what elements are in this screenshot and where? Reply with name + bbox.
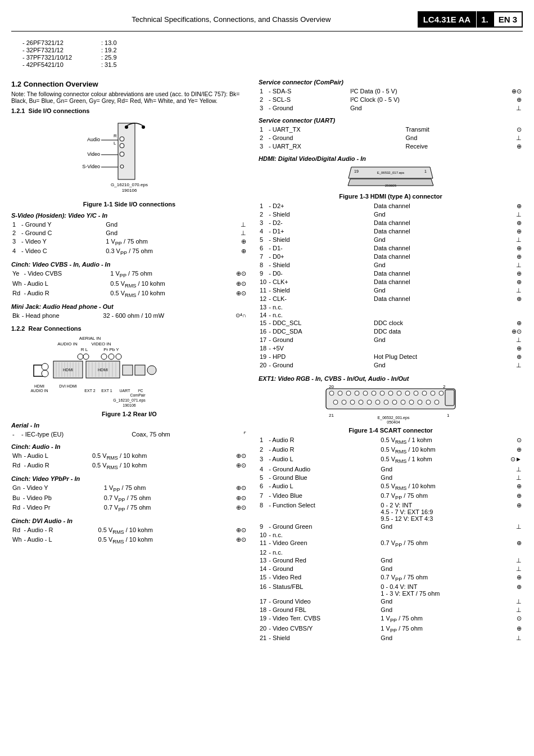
spec-val-2: : 25.9	[101, 54, 117, 61]
spec-label-2: - 37PF7321/10/12	[22, 54, 90, 61]
svg-point-88	[439, 391, 444, 395]
service-uart-title: Service connector (UART)	[259, 117, 523, 124]
spec-val-0: : 13.0	[101, 39, 117, 46]
table-row: 2 - SCL-S I²C Clock (0 - 5 V) ⊕	[259, 96, 523, 104]
rear-io-diagram: AERIAL IN AUDIO IN VIDEO IN R L Pr Pb Y	[11, 334, 247, 408]
svg-point-80	[372, 391, 376, 395]
svg-text:E_06532_017.eps: E_06532_017.eps	[377, 171, 405, 174]
table-row: 16 - Status/FBL 0 - 0.4 V: INT1 - 3 V: E…	[259, 583, 523, 597]
table-row: 17- Ground VideoGnd⊥	[259, 597, 523, 606]
table-row: 18- +5V⊕	[259, 344, 523, 353]
table-row: Rd - Audio R 0.5 VRMS / 10 kohm ⊕⊙	[11, 289, 247, 299]
hdmi-pins-table: 1- D2+Data channel⊕ 2- ShieldGnd⊥ 3- D2-…	[259, 202, 523, 370]
spec-val-3: : 31.5	[101, 61, 117, 68]
table-row: 11- Video Green0.7 VPP / 75 ohm⊕	[259, 539, 523, 548]
table-row: 12- CLK-Data channel⊕	[259, 295, 523, 303]
svg-rect-52	[135, 365, 145, 375]
note-text: Note: The following connector colour abb…	[11, 91, 247, 104]
table-row: 21- ShieldGnd⊥	[259, 634, 523, 642]
svg-text:R  L: R L	[81, 347, 88, 352]
table-row: Rd - Audio - R 0.5 VRMS / 10 kohm ⊕⊙	[11, 526, 247, 536]
svg-text:EXT 1: EXT 1	[101, 389, 112, 393]
table-row: - - IEC-type (EU) Coax, 75 ohm ⌜	[11, 430, 247, 439]
svideo-table: 1 - Ground Y Gnd ⊥ 2 - Ground C Gnd ⊥ 3 …	[11, 220, 247, 256]
svg-point-78	[355, 391, 359, 395]
svg-text:250605: 250605	[385, 184, 397, 187]
svg-point-96	[392, 400, 397, 404]
table-row: 1- D2+Data channel⊕	[259, 202, 523, 210]
svg-text:20: 20	[329, 384, 334, 389]
table-row: 19- HPDHot Plug Detect⊕	[259, 353, 523, 361]
side-io-diagram: Audio R L Video S-Video	[11, 118, 247, 197]
svg-point-82	[388, 391, 393, 395]
table-row: 4- Ground AudioGnd⊥	[259, 465, 523, 474]
spec-label-3: - 42PF5421/10	[22, 61, 90, 68]
hdmi-section-title: HDMI: Digital Video/Digital Audio - In	[259, 155, 523, 162]
table-row: 20- Video CVBS/Y1 VPP / 75 ohm⊕	[259, 624, 523, 634]
ext1-pins-table: 1- Audio R0.5 VRMS / 1 kohm⊙ 2- Audio R0…	[259, 436, 523, 642]
svg-rect-51	[123, 365, 133, 375]
svg-text:190106: 190106	[123, 403, 135, 407]
table-row: 7- Video Blue0.7 VPP / 75 ohm⊕	[259, 492, 523, 501]
svg-point-53	[147, 366, 156, 375]
table-row: 1- Audio R0.5 VRMS / 1 kohm⊙	[259, 436, 523, 446]
table-row: 3- Audio L0.5 VRMS / 1 kohm⊙►	[259, 455, 523, 465]
svg-point-76	[338, 391, 342, 395]
svg-point-100	[426, 400, 431, 404]
lang-badge: EN 3	[493, 11, 523, 28]
table-row: Rd - Audio R 0.5 VRMS / 10 kohm ⊕⊙	[11, 461, 247, 471]
svg-text:ComPair: ComPair	[130, 393, 146, 397]
table-row: Wh - Audio L 0.5 VRMS / 10 kohm ⊕⊙	[11, 452, 247, 461]
service-compair-title: Service connector (ComPair)	[259, 79, 523, 86]
svg-text:DVI  HDMI: DVI HDMI	[59, 384, 77, 388]
svg-text:VIDEO IN: VIDEO IN	[91, 341, 111, 346]
svg-text:2: 2	[443, 384, 446, 389]
table-row: 6- D1-Data channel⊕	[259, 244, 523, 253]
cinch-audio-title: Cinch: Audio - In	[11, 443, 247, 450]
mini-jack-table: Bk - Head phone 32 - 600 ohm / 10 mW ⊙⁴∩	[11, 312, 247, 320]
scart-diagram: 20 2	[259, 384, 523, 425]
svg-point-95	[384, 400, 388, 404]
service-compair-table: 1 - SDA-S I²C Data (0 - 5 V) ⊕⊙ 2 - SCL-…	[259, 87, 523, 112]
table-row: 9- Ground GreenGnd⊥	[259, 523, 523, 531]
svg-point-85	[414, 391, 418, 395]
table-row: Ye - Video CVBS 1 VPP / 75 ohm ⊕⊙	[11, 269, 247, 279]
spec-list: - 26PF7321/12: 13.0 - 32PF7321/12: 19.2 …	[22, 39, 523, 69]
table-row: 1 - SDA-S I²C Data (0 - 5 V) ⊕⊙	[259, 87, 523, 96]
table-row: Gn - Video Y 1 VPP / 75 ohm ⊕⊙	[11, 484, 247, 493]
table-row: Rd - Video Pr 0.7 VPP / 75 ohm ⊕⊙	[11, 503, 247, 513]
table-row: 14- GroundGnd⊥	[259, 565, 523, 573]
svg-text:1: 1	[447, 413, 450, 418]
svg-point-24	[101, 354, 107, 359]
table-row: 3- D2-Data channel⊕	[259, 219, 523, 227]
spec-label-1: - 32PF7321/12	[22, 47, 90, 53]
table-row: 13- n.c.	[259, 303, 523, 311]
svg-point-6	[120, 143, 124, 148]
table-row: 6- Audio L0.5 VRMS / 10 kohm⊕	[259, 482, 523, 492]
svg-point-12	[120, 165, 124, 168]
table-row: 14- n.c.	[259, 311, 523, 319]
svg-text:L: L	[114, 141, 116, 146]
mini-jack-title: Mini Jack: Audio Head phone - Out	[11, 303, 247, 310]
table-row: 15- DDC_SCLDDC clock⊕	[259, 319, 523, 327]
svg-text:AERIAL IN: AERIAL IN	[79, 336, 101, 341]
hdmi-diagram: 19 1 18 2 E_06532_017.eps 250605	[259, 164, 523, 191]
svg-point-14	[142, 125, 145, 129]
svg-point-83	[397, 391, 401, 395]
svg-point-90	[342, 400, 346, 404]
svg-point-84	[405, 391, 410, 395]
subsection-1-2-1-title: 1.2.1 Side I/O connections	[11, 107, 247, 114]
cinch-ypbpr-title: Cinch: Video YPbPr - In	[11, 475, 247, 482]
table-row: 16- DDC_SDADDC data⊕⊙	[259, 327, 523, 336]
svg-point-13	[125, 125, 128, 129]
table-row: 9- D0-Data channel⊕	[259, 269, 523, 278]
table-row: 2- ShieldGnd⊥	[259, 210, 523, 219]
svg-text:E_06532_001.eps: E_06532_001.eps	[378, 416, 410, 420]
svg-text:UART: UART	[120, 389, 131, 393]
svg-point-93	[367, 400, 372, 404]
figure-1-1-label: Figure 1-1 Side I/O connections	[11, 201, 247, 208]
table-row: 1 - Ground Y Gnd ⊥	[11, 220, 247, 229]
svg-point-79	[363, 391, 368, 395]
table-row: 3 - Video Y 1 VPP / 75 ohm ⊕	[11, 237, 247, 247]
table-row: 11- ShieldGnd⊥	[259, 286, 523, 295]
